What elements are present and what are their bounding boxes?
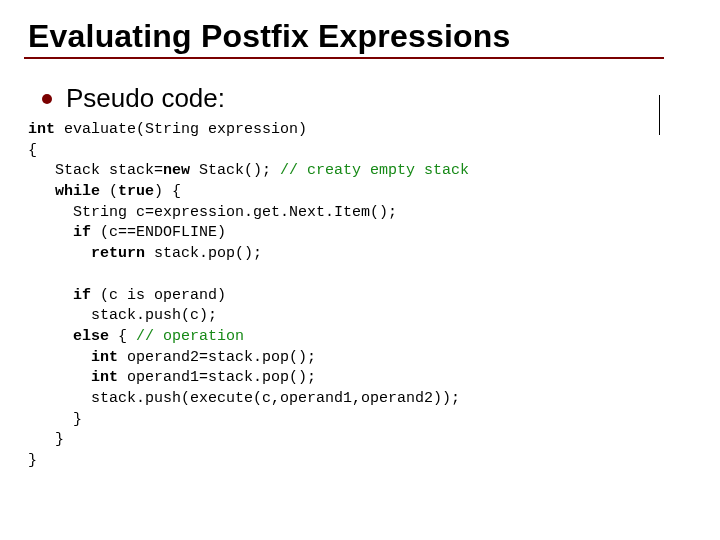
bullet-icon bbox=[42, 94, 52, 104]
code-text: (c is operand) bbox=[91, 287, 226, 304]
code-text bbox=[28, 328, 73, 345]
vertical-rule-decor bbox=[659, 95, 660, 135]
code-text: } bbox=[28, 452, 37, 469]
slide-title: Evaluating Postfix Expressions bbox=[28, 18, 692, 55]
subhead-row: Pseudo code: bbox=[42, 83, 692, 114]
code-text: stack.pop(); bbox=[145, 245, 262, 262]
code-text: ) { bbox=[154, 183, 181, 200]
kw-if: if bbox=[73, 287, 91, 304]
code-text: evaluate(String expression) bbox=[55, 121, 307, 138]
code-text bbox=[28, 287, 73, 304]
code-text: { bbox=[28, 142, 37, 159]
code-text: Stack(); bbox=[190, 162, 280, 179]
code-text: String c=expression.get.Next.Item(); bbox=[28, 204, 397, 221]
code-block: int evaluate(String expression) { Stack … bbox=[28, 120, 692, 472]
subhead-text: Pseudo code: bbox=[66, 83, 225, 114]
code-text: operand1=stack.pop(); bbox=[118, 369, 316, 386]
kw-while: while bbox=[55, 183, 100, 200]
kw-int: int bbox=[28, 121, 55, 138]
kw-int: int bbox=[91, 349, 118, 366]
code-text: operand2=stack.pop(); bbox=[118, 349, 316, 366]
code-text: ( bbox=[100, 183, 118, 200]
code-text bbox=[28, 349, 91, 366]
code-text: stack.push(execute(c,operand1,operand2))… bbox=[28, 390, 460, 407]
kw-return: return bbox=[91, 245, 145, 262]
code-text: } bbox=[28, 431, 64, 448]
kw-else: else bbox=[73, 328, 109, 345]
code-text bbox=[28, 369, 91, 386]
code-text: Stack stack= bbox=[28, 162, 163, 179]
code-text: } bbox=[28, 411, 82, 428]
kw-int: int bbox=[91, 369, 118, 386]
code-text bbox=[28, 224, 73, 241]
code-text: (c==ENDOFLINE) bbox=[91, 224, 226, 241]
comment: // creaty empty stack bbox=[280, 162, 469, 179]
code-text: stack.push(c); bbox=[28, 307, 217, 324]
kw-if: if bbox=[73, 224, 91, 241]
code-text bbox=[28, 183, 55, 200]
title-underline bbox=[24, 57, 664, 59]
slide: Evaluating Postfix Expressions Pseudo co… bbox=[0, 0, 720, 540]
code-text bbox=[28, 245, 91, 262]
comment: // operation bbox=[136, 328, 244, 345]
code-text: { bbox=[109, 328, 136, 345]
kw-true: true bbox=[118, 183, 154, 200]
kw-new: new bbox=[163, 162, 190, 179]
